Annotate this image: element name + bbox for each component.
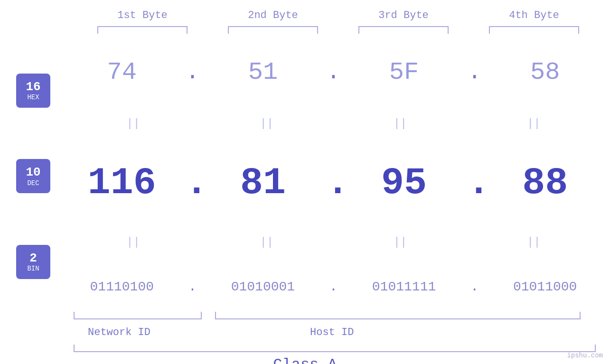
dot-dec-1: . bbox=[185, 161, 199, 205]
badge-bin-num: 2 bbox=[29, 252, 37, 265]
byte-header-3: 3rd Byte bbox=[356, 9, 451, 21]
hex-value-3: 5F bbox=[357, 58, 451, 86]
content-area: 16 HEX 10 DEC 2 BIN 74 . 51 bbox=[0, 43, 610, 309]
badge-hex-num: 16 bbox=[26, 80, 40, 94]
eq1-3: || bbox=[353, 117, 448, 130]
badge-dec-label: DEC bbox=[27, 179, 39, 187]
dec-row: 116 . 81 . 95 . 88 bbox=[66, 161, 601, 205]
bin-value-2: 01010001 bbox=[216, 280, 310, 294]
id-labels: Network ID Host ID bbox=[74, 327, 593, 340]
top-bracket-3 bbox=[358, 26, 449, 34]
hex-row: 74 . 51 . 5F . 58 bbox=[66, 58, 601, 86]
watermark: ipshu.com bbox=[567, 352, 603, 359]
class-label: Class A bbox=[0, 356, 610, 364]
byte-header-2: 2nd Byte bbox=[225, 9, 320, 21]
main-container: 1st Byte 2nd Byte 3rd Byte 4th Byte 16 H… bbox=[0, 0, 610, 364]
badge-dec: 10 DEC bbox=[16, 159, 50, 193]
badge-bin-label: BIN bbox=[27, 265, 39, 272]
dec-value-4: 88 bbox=[497, 161, 592, 205]
outer-bracket bbox=[74, 345, 596, 352]
badge-hex: 16 HEX bbox=[16, 74, 50, 108]
dot-bin-3: . bbox=[468, 280, 482, 294]
rows-area: 74 . 51 . 5F . 58 || || || || bbox=[66, 43, 610, 309]
byte-header-1: 1st Byte bbox=[95, 9, 190, 21]
byte-header-4: 4th Byte bbox=[487, 9, 582, 21]
eq1-1: || bbox=[86, 117, 181, 130]
dec-value-3: 95 bbox=[357, 161, 451, 205]
host-bracket bbox=[215, 312, 581, 319]
eq2-3: || bbox=[353, 236, 448, 249]
dot-dec-3: . bbox=[468, 161, 482, 205]
top-bracket-2 bbox=[228, 26, 318, 34]
bin-value-3: 01011111 bbox=[357, 280, 451, 294]
dot-hex-1: . bbox=[185, 59, 199, 85]
equals-row-1: || || || || bbox=[66, 117, 601, 130]
host-id-label: Host ID bbox=[310, 327, 354, 338]
dec-value-1: 116 bbox=[75, 161, 169, 205]
top-bracket-4 bbox=[489, 26, 579, 34]
badge-dec-num: 10 bbox=[26, 166, 40, 179]
sub-brackets bbox=[74, 312, 593, 324]
eq1-2: || bbox=[219, 117, 314, 130]
hex-value-4: 58 bbox=[497, 58, 592, 86]
dot-hex-3: . bbox=[468, 59, 482, 85]
network-id-label: Network ID bbox=[88, 327, 150, 338]
dot-hex-2: . bbox=[326, 59, 340, 85]
badge-hex-label: HEX bbox=[27, 93, 39, 101]
dot-bin-1: . bbox=[185, 280, 199, 294]
badge-bin: 2 BIN bbox=[16, 245, 50, 279]
equals-row-2: || || || || bbox=[66, 236, 601, 249]
bin-row: 01110100 . 01010001 . 01011111 . 0101100… bbox=[66, 280, 601, 294]
network-bracket bbox=[74, 312, 202, 319]
left-badges: 16 HEX 10 DEC 2 BIN bbox=[0, 43, 66, 309]
bin-value-4: 01011000 bbox=[497, 280, 592, 294]
hex-value-1: 74 bbox=[75, 58, 169, 86]
bottom-section: Network ID Host ID Class A bbox=[0, 312, 610, 364]
top-bracket-1 bbox=[97, 26, 188, 34]
eq1-4: || bbox=[486, 117, 581, 130]
eq2-2: || bbox=[219, 236, 314, 249]
byte-headers: 1st Byte 2nd Byte 3rd Byte 4th Byte bbox=[77, 9, 600, 21]
hex-value-2: 51 bbox=[216, 58, 310, 86]
dot-bin-2: . bbox=[326, 280, 340, 294]
eq2-1: || bbox=[86, 236, 181, 249]
eq2-4: || bbox=[486, 236, 581, 249]
bin-value-1: 01110100 bbox=[75, 280, 169, 294]
dot-dec-2: . bbox=[326, 161, 340, 205]
dec-value-2: 81 bbox=[216, 161, 310, 205]
top-brackets-row bbox=[77, 26, 600, 34]
